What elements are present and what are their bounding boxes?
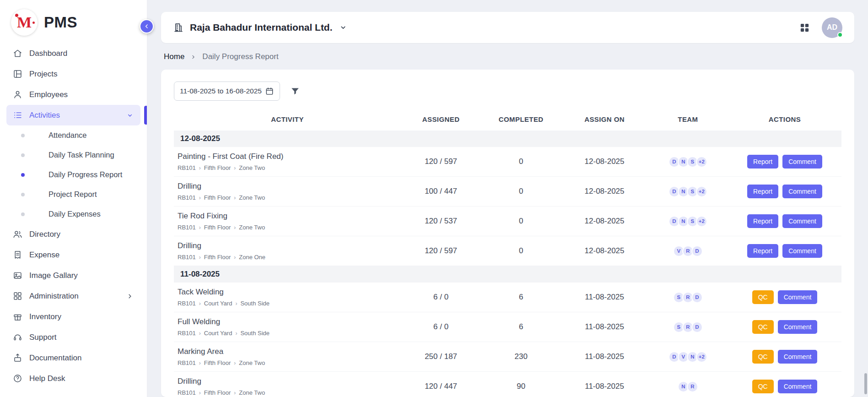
activity-cell: DrillingRB101›Fifth Floor›Zone Two [174,372,401,397]
completed-value: 0 [481,177,561,207]
path-segment: Zone Two [239,164,265,171]
comment-button[interactable]: Comment [782,155,822,169]
activity-location-path: RB101›Fifth Floor›Zone Two [178,164,397,171]
home-icon [13,49,22,58]
qc-button[interactable]: QC [752,290,774,304]
path-segment: RB101 [178,254,196,261]
sidebar-subitem-label: Daily Task Planning [49,151,114,159]
logo-letter: M [17,15,32,30]
sidebar-item-documentation[interactable]: Documentation [6,348,140,368]
assigned-value: 120 / 537 [401,207,481,236]
report-button[interactable]: Report [747,214,778,228]
building-icon [173,22,184,33]
row-actions: QCComment [732,350,838,364]
team-member-badge[interactable]: +2 [696,156,707,168]
path-segment: RB101 [178,194,196,201]
sidebar-nav: Dashboard Projects Employees Activities [0,43,147,389]
path-segment: Fifth Floor [204,254,231,261]
report-button[interactable]: Report [747,244,778,258]
team-avatars: VRD [652,245,724,257]
team-member-badge[interactable]: +2 [696,351,707,363]
sidebar-item-daily-expenses[interactable]: Daily Expenses [6,204,140,224]
vertical-scrollbar[interactable] [864,373,867,394]
activity-name: Full Welding [178,317,397,326]
team-cell: DNS+2 [648,207,728,236]
sidebar-subitem-label: Project Report [49,190,97,199]
date-range-input[interactable]: 11-08-2025 to 16-08-2025 [174,82,280,101]
qc-button[interactable]: QC [752,320,774,334]
sidebar-item-dashboard[interactable]: Dashboard [6,43,140,64]
sidebar-item-activities[interactable]: Activities [6,105,140,125]
report-button[interactable]: Report [747,185,778,198]
team-member-badge[interactable]: +2 [696,186,707,197]
path-segment: RB101 [178,359,196,366]
sidebar-item-expense[interactable]: Expense [6,245,140,265]
team-cell: NR [648,372,728,397]
completed-value: 0 [481,207,561,236]
apps-grid-button[interactable] [799,22,810,33]
table-row: Painting - First Coat (Fire Red)RB101›Fi… [174,147,841,177]
actions-cell: ReportComment [728,147,841,177]
qc-button[interactable]: QC [752,350,774,364]
sidebar-item-administration[interactable]: Administration [6,286,140,306]
breadcrumb-home[interactable]: Home [164,52,184,61]
sidebar-item-attendance[interactable]: Attendance [6,125,140,145]
company-selector[interactable]: Raja Bahadur International Ltd. [173,22,348,33]
team-member-badge[interactable]: +2 [696,216,707,227]
completed-value: 230 [481,342,561,372]
sidebar-subitem-label: Daily Expenses [49,210,101,218]
team-member-badge[interactable]: D [691,245,703,257]
assigned-value: 6 / 0 [401,283,481,312]
team-avatars: SRD [652,321,724,333]
activities-submenu: Attendance Daily Task Planning Daily Pro… [6,125,140,224]
path-segment: Zone Two [239,389,265,396]
comment-button[interactable]: Comment [778,350,818,364]
sidebar-item-label: Dashboard [29,49,134,58]
comment-button[interactable]: Comment [782,244,822,258]
sidebar-item-employees[interactable]: Employees [6,84,140,105]
sidebar-collapse-button[interactable] [140,19,154,33]
completed-value: 0 [481,147,561,177]
comment-button[interactable]: Comment [782,214,822,228]
sidebar-item-daily-progress-report[interactable]: Daily Progress Report [6,165,140,185]
chevron-right-icon: › [234,165,236,171]
online-status-dot [837,32,843,38]
filter-button[interactable] [290,86,300,96]
sidebar-item-daily-task-planning[interactable]: Daily Task Planning [6,145,140,165]
row-actions: ReportComment [732,244,838,258]
sidebar-item-support[interactable]: Support [6,327,140,348]
team-member-badge[interactable]: D [691,292,703,303]
header-actions: AD [799,17,842,38]
sidebar-item-label: Directory [29,230,134,239]
comment-button[interactable]: Comment [782,185,822,198]
report-button[interactable]: Report [747,155,778,169]
completed-value: 90 [481,372,561,397]
chevron-right-icon: › [199,165,201,171]
sidebar-item-label: Administration [29,292,119,301]
comment-button[interactable]: Comment [778,290,818,304]
activity-location-path: RB101›Fifth Floor›Zone Two [178,224,397,231]
comment-button[interactable]: Comment [778,320,818,334]
question-circle-icon [13,374,22,383]
activity-cell: Tie Rod FixingRB101›Fifth Floor›Zone Two [174,207,401,236]
sidebar-item-inventory[interactable]: Inventory [6,306,140,327]
table-row: DrillingRB101›Fifth Floor›Zone Two120 / … [174,372,841,397]
team-member-badge[interactable]: D [691,321,703,333]
app-logo[interactable]: M PMS [0,0,147,43]
sidebar-item-directory[interactable]: Directory [6,224,140,245]
qc-button[interactable]: QC [752,380,774,393]
assign-on-value: 12-08-2025 [561,236,648,266]
sidebar-item-help-desk[interactable]: Help Desk [6,368,140,389]
sidebar-item-project-report[interactable]: Project Report [6,185,140,204]
table-row: Tie Rod FixingRB101›Fifth Floor›Zone Two… [174,207,841,236]
activity-name: Drilling [178,241,397,250]
user-avatar[interactable]: AD [822,17,842,38]
assign-on-value: 12-08-2025 [561,147,648,177]
sidebar-item-image-gallery[interactable]: Image Gallary [6,265,140,286]
activity-cell: Painting - First Coat (Fire Red)RB101›Fi… [174,147,401,177]
comment-button[interactable]: Comment [778,380,818,393]
path-segment: Fifth Floor [204,194,231,201]
activity-cell: Marking AreaRB101›Fifth Floor›Zone Two [174,342,401,372]
team-member-badge[interactable]: R [687,381,698,392]
sidebar-item-projects[interactable]: Projects [6,64,140,84]
